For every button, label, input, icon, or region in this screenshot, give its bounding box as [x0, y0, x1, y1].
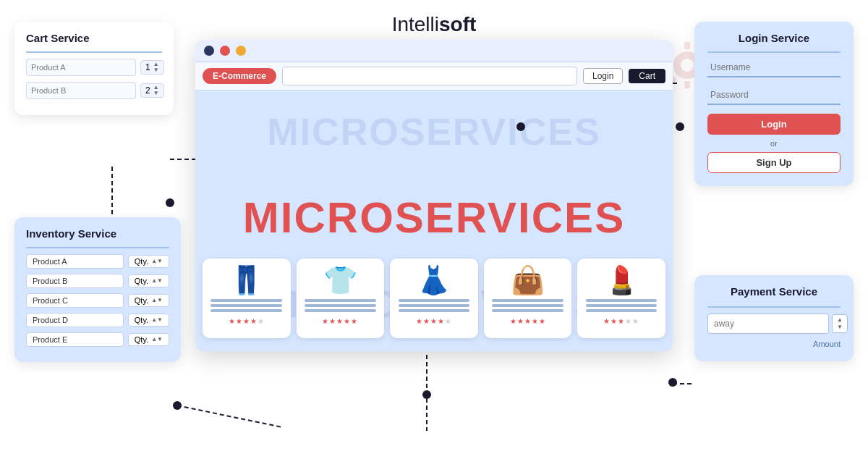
product-card-cosmetic[interactable]: 💄 ★★★★★	[577, 258, 665, 338]
inv-qty-d: Qty. ▲▼	[128, 314, 169, 327]
conn-dot-1	[166, 198, 174, 207]
cart-product-b-input[interactable]	[26, 82, 136, 99]
conn-dot-3	[422, 390, 431, 399]
gateway-input[interactable]	[707, 314, 829, 334]
payment-row: ▲▼	[707, 314, 841, 334]
payment-service-panel: Payment Service ▲▼ Amount	[694, 275, 854, 361]
inventory-service-title: Inventory Service	[26, 227, 169, 240]
inventory-row-c: Product C Qty. ▲▼	[26, 293, 169, 308]
browser-window: E-Commerce Login Cart MICROSERVICES MICR…	[195, 40, 673, 351]
product-card-bag[interactable]: 👜 ★★★★★	[484, 258, 572, 338]
inventory-row-d: Product D Qty. ▲▼	[26, 313, 169, 327]
qty-arrows-a[interactable]: ▲▼	[153, 62, 159, 73]
inv-product-b: Product B	[26, 274, 124, 288]
password-input[interactable]	[707, 86, 841, 105]
pants-icon: 👖	[229, 264, 263, 296]
conn-dot-4	[668, 378, 677, 387]
inventory-row-a: Product A Qty. ▲▼	[26, 254, 169, 269]
dress-icon: 👗	[417, 264, 451, 296]
product-stars-3: ★★★★★	[416, 317, 452, 325]
product-stars-5: ★★★★★	[603, 317, 639, 325]
qty-arrows-b[interactable]: ▲▼	[153, 85, 159, 96]
cart-qty-b: 2 ▲▼	[140, 83, 164, 98]
browser-content: MICROSERVICES MICROSERVICES MICROSERVICE…	[195, 91, 673, 345]
inv-qty-b: Qty. ▲▼	[128, 274, 169, 287]
product-card-shirt[interactable]: 👕 ★★★★★	[297, 258, 385, 338]
cart-row-a: 1 ▲▼	[26, 59, 162, 76]
payment-arrows[interactable]: ▲▼	[832, 314, 848, 332]
browser-dot-red[interactable]	[220, 46, 230, 56]
conn-dot-5	[676, 122, 684, 131]
inv-product-d: Product D	[26, 313, 124, 327]
browser-search-bar[interactable]	[282, 67, 577, 85]
conn-dot-2	[516, 122, 525, 131]
inv-product-a: Product A	[26, 254, 124, 269]
inv-qty-a: Qty. ▲▼	[128, 255, 169, 268]
inv-product-c: Product C	[26, 293, 124, 308]
username-input[interactable]	[707, 59, 841, 77]
browser-dot-orange[interactable]	[236, 46, 246, 56]
amount-label: Amount	[707, 340, 841, 348]
cart-row-b: 2 ▲▼	[26, 82, 162, 99]
login-button[interactable]: Login	[707, 114, 841, 135]
inventory-service-panel: Inventory Service Product A Qty. ▲▼ Prod…	[14, 217, 181, 362]
shirt-icon: 👕	[323, 264, 357, 296]
or-text: or	[707, 139, 841, 148]
signup-button[interactable]: Sign Up	[707, 152, 841, 173]
ecommerce-nav-button[interactable]: E-Commerce	[203, 68, 276, 84]
payment-service-title: Payment Service	[707, 285, 841, 298]
login-service-panel: Login Service Login or Sign Up	[694, 22, 854, 186]
browser-login-button[interactable]: Login	[583, 68, 623, 84]
header: Intellisoft	[0, 0, 868, 43]
inventory-row-b: Product B Qty. ▲▼	[26, 274, 169, 288]
logo: Intellisoft	[392, 13, 477, 35]
svg-rect-10	[684, 81, 690, 88]
product-cards: 👖 ★★★★★ 👕 ★★★★★ 👗	[195, 258, 673, 345]
browser-cart-button[interactable]: Cart	[629, 69, 665, 83]
product-stars-1: ★★★★★	[229, 317, 265, 325]
svg-point-8	[681, 59, 693, 71]
inventory-row-e: Product E Qty. ▲▼	[26, 332, 169, 347]
product-stars-2: ★★★★★	[322, 317, 358, 325]
product-lines-3	[394, 299, 474, 314]
product-lines-4	[488, 299, 568, 314]
micro-text-main: MICROSERVICES	[243, 193, 625, 243]
inventory-divider	[26, 247, 169, 248]
product-lines-5	[582, 299, 661, 314]
inv-product-e: Product E	[26, 332, 124, 347]
login-divider	[707, 51, 841, 53]
inv-qty-c: Qty. ▲▼	[128, 294, 169, 307]
product-lines-1	[207, 299, 286, 314]
payment-divider	[707, 306, 841, 308]
cart-qty-a: 1 ▲▼	[140, 60, 164, 75]
bag-icon: 👜	[511, 264, 545, 296]
svg-line-1	[177, 405, 282, 427]
conn-dot-6	[173, 401, 182, 410]
browser-dot-dark[interactable]	[204, 46, 214, 56]
micro-text-top: MICROSERVICES	[267, 110, 600, 154]
cosmetic-icon: 💄	[605, 264, 639, 296]
cart-divider	[26, 51, 162, 53]
product-lines-2	[301, 299, 380, 314]
product-stars-4: ★★★★★	[510, 317, 546, 325]
cart-product-a-input[interactable]	[26, 59, 136, 76]
browser-navbar: E-Commerce Login Cart	[195, 62, 673, 91]
product-card-dress[interactable]: 👗 ★★★★★	[390, 258, 478, 338]
product-card-pants[interactable]: 👖 ★★★★★	[203, 258, 291, 338]
inv-qty-e: Qty. ▲▼	[128, 333, 169, 346]
